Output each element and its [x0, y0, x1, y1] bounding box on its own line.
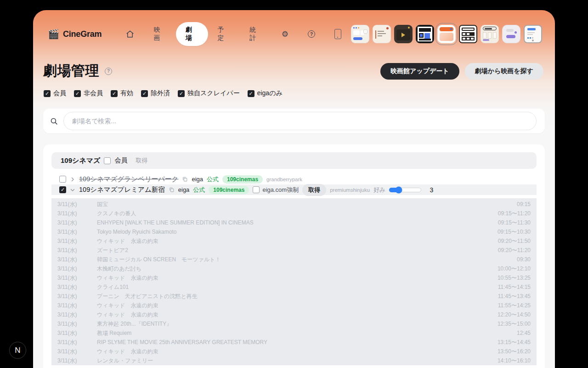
showtime-time: 09:20〜11:50	[498, 237, 531, 245]
theme-thumb-video-player-icon[interactable]	[394, 25, 413, 43]
nav-link-movies[interactable]: 映画	[144, 22, 176, 46]
filter-label: eigaのみ	[257, 89, 283, 98]
filter-checkbox[interactable]: 独自スクレイパー	[178, 89, 240, 98]
nav-link-stats[interactable]: 統計	[240, 22, 272, 46]
theme-thumb-purple-pills-icon[interactable]	[502, 25, 520, 43]
showtime-row: 3/11(水) RIP SLYME THE MOVIE 25th ANNIVER…	[51, 338, 537, 347]
clapperboard-icon: 🎬	[48, 29, 59, 39]
copy-icon[interactable]	[182, 176, 188, 182]
preference-label: 好み	[373, 186, 385, 194]
showtime-movie-title: 教場 Requiem	[97, 329, 511, 337]
showtime-movie-title: レンタル・ファミリー	[97, 357, 492, 365]
preference-value: 3	[430, 186, 433, 194]
filter-label: 除外済	[151, 89, 170, 98]
filter-checkbox[interactable]: 非会員	[74, 89, 103, 98]
showtime-time: 12:45	[517, 330, 531, 336]
update-cinemas-button[interactable]: 映画館アップデート	[380, 63, 459, 80]
theater-name[interactable]: 109シネマズプレミアム新宿	[79, 185, 165, 194]
showtime-movie-title: 東方神起 20th...『IDENTITY』	[97, 320, 492, 328]
theater-fetch-button[interactable]: 取得	[302, 184, 326, 196]
showtime-time: 11:45〜14:15	[498, 283, 531, 291]
showtime-row: 3/11(水) クライム101 11:45〜14:15	[51, 282, 537, 292]
showtime-row: 3/11(水) ウィキッド 永遠の約束 12:20〜14:50	[51, 310, 537, 319]
theme-thumb-grid-table-icon[interactable]	[459, 25, 477, 43]
showtime-date: 3/11(水)	[57, 237, 97, 245]
filter-checkbox[interactable]: 会員	[44, 89, 66, 98]
filter-label: 非会員	[84, 89, 103, 98]
search-card	[43, 109, 545, 133]
nav-link-schedule[interactable]: 予定	[208, 22, 240, 46]
showtime-time: 12:20〜14:50	[498, 311, 531, 319]
nav-home-button[interactable]	[116, 26, 144, 42]
theme-thumb-orange-selected-icon[interactable]	[437, 25, 456, 43]
filter-checkbox[interactable]: eigaのみ	[248, 89, 283, 98]
checkbox-unchecked-icon	[253, 186, 260, 193]
preference-slider[interactable]	[389, 188, 421, 192]
chain-badge: 109cinemas	[222, 175, 263, 184]
showtime-movie-title: ウィキッド 永遠の約束	[97, 302, 492, 310]
showtime-row: 3/11(水) 東方神起 20th...『IDENTITY』 12:35〜15:…	[51, 319, 537, 328]
theater-name[interactable]: 109シネマズグランベリーパーク	[79, 175, 178, 184]
nav-settings-button[interactable]: ⚙	[272, 27, 298, 42]
showtime-movie-title: ウィキッド 永遠の約束	[97, 274, 492, 282]
theater-row-premiumshinjuku[interactable]: 109シネマズプレミアム新宿 eiga 公式 109cinemas eiga.c…	[51, 184, 537, 195]
showtime-time: 10:00〜12:10	[498, 265, 531, 273]
chevron-down-icon[interactable]	[70, 187, 75, 193]
theme-thumb-table-light-icon[interactable]	[481, 25, 499, 43]
help-icon: ?	[308, 30, 315, 38]
title-help-icon[interactable]: ?	[105, 68, 112, 75]
showtime-row: 3/11(水) 教場 Requiem 12:45	[51, 328, 537, 338]
copy-icon[interactable]	[169, 187, 175, 193]
theme-thumb-document-icon[interactable]	[373, 25, 391, 43]
showtime-date: 3/11(水)	[57, 348, 97, 356]
theater-row-grandberrypark[interactable]: 109シネマズグランベリーパーク eiga 公式 109cinemas gran…	[51, 174, 537, 184]
showtime-row: 3/11(水) ズートピア2 09:20〜11:20	[51, 246, 537, 255]
slider-thumb[interactable]	[396, 186, 402, 193]
showtime-row: 3/11(水) 木挽町のあだ討ち 10:00〜12:10	[51, 264, 537, 273]
showtime-row: 3/11(水) ウィキッド 永遠の約束 10:55〜13:25	[51, 273, 537, 282]
showtime-time: 11:45〜13:45	[498, 293, 531, 300]
filter-label: 会員	[53, 89, 66, 98]
theme-thumb-contrast-layout-icon[interactable]	[416, 25, 434, 43]
app-name: CineGram	[63, 29, 102, 39]
showtime-movie-title: クスノキの番人	[97, 210, 492, 218]
showtime-row: 3/11(水) ブーニン 天才ピアニストの沈黙と再生 11:45〜13:45	[51, 292, 537, 301]
theater-checkbox[interactable]	[59, 176, 66, 183]
showtime-time: 09:15〜11:20	[498, 210, 531, 218]
showtime-movie-title: クライム101	[97, 283, 492, 291]
eiga-force-checkbox[interactable]: eiga.com強制	[253, 186, 299, 194]
showtime-row: 3/11(水) Tokyo Melody Ryuichi Sakamoto 09…	[51, 227, 537, 236]
checkbox-checked-icon	[74, 90, 81, 97]
showtime-date: 3/11(水)	[57, 357, 97, 365]
showtime-date: 3/11(水)	[57, 247, 97, 254]
nav-help-button[interactable]: ?	[298, 27, 325, 41]
chevron-right-icon[interactable]	[70, 177, 75, 182]
showtime-movie-title: ウィキッド 永遠の約束	[97, 237, 492, 245]
filter-label: 有効	[120, 89, 133, 98]
theme-thumb-light-browser-icon[interactable]	[351, 25, 369, 43]
filter-checkbox[interactable]: 有効	[111, 89, 133, 98]
nav-link-theaters[interactable]: 劇場	[176, 22, 208, 46]
showtime-date: 3/11(水)	[57, 302, 97, 310]
theme-thumb-phone-mock-icon[interactable]	[524, 25, 542, 43]
showtime-row: 3/11(水) ウィキッド 永遠の約束 09:20〜11:50	[51, 236, 537, 246]
theater-checkbox-checked[interactable]	[59, 186, 66, 193]
filter-checkbox[interactable]: 除外済	[141, 89, 170, 98]
theater-slug: premiumshinjuku	[330, 187, 370, 193]
showtime-time: 09:20〜11:20	[498, 247, 531, 254]
find-movies-from-theater-button[interactable]: 劇場から映画を探す	[465, 63, 543, 80]
theater-search-input[interactable]	[63, 112, 537, 130]
nextjs-dev-badge[interactable]: N	[9, 342, 26, 359]
checkbox-checked-icon	[141, 90, 148, 97]
showtime-date: 3/11(水)	[57, 311, 97, 319]
group-fetch-button[interactable]: 取得	[136, 156, 147, 165]
eiga-force-label: eiga.com強制	[262, 186, 299, 194]
checkbox-checked-icon	[178, 90, 185, 97]
search-icon	[50, 117, 58, 125]
checkbox-checked-icon	[44, 90, 51, 97]
showtime-row: 3/11(水) レンタル・ファミリー 14:10〜16:10	[51, 356, 537, 365]
nav-device-button[interactable]	[325, 25, 351, 43]
showtime-time: 09:30	[517, 256, 531, 263]
group-member-checkbox[interactable]	[104, 157, 111, 164]
showtime-date: 3/11(水)	[57, 339, 97, 346]
